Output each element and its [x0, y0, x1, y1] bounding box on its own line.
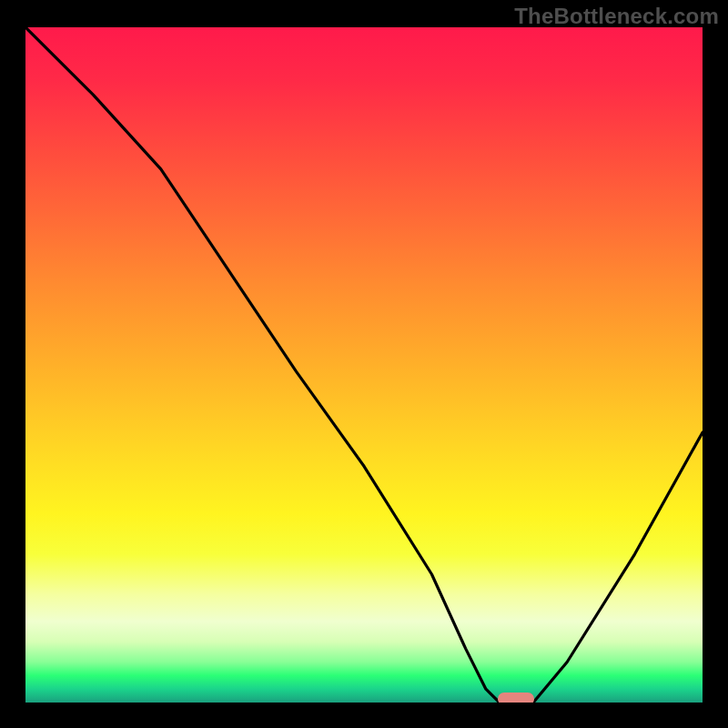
curve-layer — [25, 27, 703, 703]
watermark-text: TheBottleneck.com — [514, 4, 719, 29]
optimal-marker — [498, 693, 534, 703]
plot-area — [25, 27, 703, 703]
chart-frame: TheBottleneck.com — [0, 0, 728, 728]
bottleneck-curve — [25, 27, 703, 703]
